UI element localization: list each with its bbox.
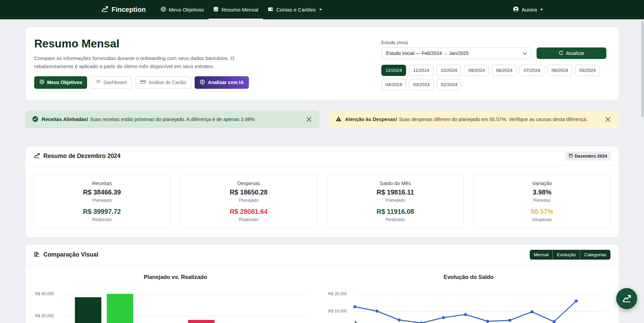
nav-item-contas-e-cartoes[interactable]: Contas e Cartões bbox=[263, 0, 327, 19]
scrollbar[interactable] bbox=[641, 19, 644, 323]
chart-fab-button[interactable] bbox=[616, 288, 637, 309]
month-button-10-2024[interactable]: 10/2024 bbox=[437, 65, 461, 76]
stat-bottom-caption: Realizado bbox=[331, 217, 460, 222]
stat-top-value: R$ 19816.11 bbox=[331, 188, 460, 196]
close-icon[interactable] bbox=[305, 116, 313, 123]
stat-label: Despesas bbox=[184, 180, 314, 186]
month-badge-label: Dezembro 2024 bbox=[575, 154, 607, 159]
study-select-value: Estudo Inicial — Feb/2024 → Jan/2025 bbox=[386, 51, 469, 56]
alert-title: Atenção às Despesas! bbox=[345, 117, 397, 122]
navbar: Finception Meus Objetivos Resumo Mensal … bbox=[0, 0, 644, 19]
y-tick-label: R$ 20.000 bbox=[328, 291, 357, 296]
bar bbox=[188, 320, 215, 323]
stat-label: Variação bbox=[477, 180, 607, 186]
chart-title: Evolução do Saldo bbox=[327, 274, 610, 280]
comparison-card: Comparação Visual MensalEvoluçãoCategori… bbox=[25, 245, 619, 323]
user-menu[interactable]: Aurora bbox=[513, 6, 543, 13]
month-button-02-2024[interactable]: 02/2024 bbox=[437, 79, 462, 90]
bar bbox=[107, 294, 133, 323]
y-tick-label: R$ 40.000 bbox=[35, 291, 64, 296]
alert-receitas: Receitas Alinhadas! Suas receitas estão … bbox=[25, 110, 320, 128]
stat-top-caption: Planejado bbox=[37, 198, 167, 203]
warning-triangle-icon bbox=[336, 116, 342, 123]
nav-item-resumo-mensal[interactable]: Resumo Mensal bbox=[208, 0, 263, 19]
graph-icon bbox=[34, 152, 40, 160]
chart-title: Planejado vs. Realizado bbox=[34, 274, 317, 280]
stat-top-value: 3.98% bbox=[477, 188, 607, 196]
stat-card: ReceitasR$ 38466.39PlanejadoR$ 39997.72R… bbox=[34, 174, 170, 228]
caret-down-icon bbox=[540, 9, 543, 11]
meus-objetivos-button[interactable]: Meus Objetivos bbox=[34, 76, 87, 89]
bar-chart-icon bbox=[34, 251, 40, 259]
tab-mensal[interactable]: Mensal bbox=[530, 250, 553, 260]
button-label: Análise de Cartão bbox=[148, 80, 186, 85]
page-header-card: Resumo Mensal Compare as informações for… bbox=[25, 27, 619, 100]
button-label: Dashboard bbox=[103, 80, 127, 85]
button-label: Analisar com IA bbox=[208, 80, 244, 85]
dashboard-button[interactable]: Dashboard bbox=[90, 76, 132, 89]
credit-card-icon bbox=[140, 79, 146, 85]
atualizar-button[interactable]: Atualizar bbox=[537, 47, 606, 59]
comparison-title: Comparação Visual bbox=[43, 251, 98, 258]
close-icon[interactable] bbox=[604, 116, 612, 123]
tab-categorias[interactable]: Categorias bbox=[580, 250, 610, 260]
nav-item-label: Meus Objetivos bbox=[169, 7, 204, 13]
brand-label: Finception bbox=[112, 6, 146, 14]
month-button-05-2024[interactable]: 05/2024 bbox=[575, 65, 600, 76]
alert-text: Suas despesas diferem do planejado em 50… bbox=[399, 117, 588, 122]
study-select[interactable]: Estudo Inicial — Feb/2024 → Jan/2025 bbox=[381, 47, 532, 59]
target-icon bbox=[39, 79, 44, 85]
nav-item-label: Contas e Cartões bbox=[276, 7, 316, 13]
wallet-icon bbox=[268, 6, 274, 13]
tab-evolução[interactable]: Evolução bbox=[553, 250, 580, 260]
month-buttons: 12/202411/202410/202409/202408/202407/20… bbox=[381, 65, 606, 90]
scrollbar-thumb[interactable] bbox=[641, 21, 644, 117]
person-circle-icon bbox=[513, 6, 519, 13]
chart-tabs: MensalEvoluçãoCategorias bbox=[530, 250, 610, 260]
analisar-ia-button[interactable]: Analisar com IA bbox=[195, 76, 249, 89]
summary-title: Resumo de Dezembro 2024 bbox=[43, 153, 121, 160]
stat-label: Receitas bbox=[37, 180, 167, 186]
month-button-08-2024[interactable]: 08/2024 bbox=[492, 65, 517, 76]
line-chart-evolucao-do-saldo: Evolução do Saldo R$ 20.000R$ 10.000 bbox=[327, 265, 610, 323]
stat-bottom-caption: Realizado bbox=[184, 217, 314, 222]
ai-brain-icon bbox=[200, 79, 205, 86]
nav-item-label: Resumo Mensal bbox=[221, 7, 258, 13]
month-badge: Dezembro 2024 bbox=[565, 152, 610, 161]
stat-bottom-caption: Realizado bbox=[37, 217, 167, 222]
gridline bbox=[356, 311, 605, 311]
page-description: Compare as informações fornecidas durant… bbox=[34, 54, 240, 71]
caret-down-icon bbox=[319, 9, 322, 11]
alert-text: Suas receitas estão próximas do planejad… bbox=[90, 117, 255, 122]
calendar-icon bbox=[213, 6, 219, 13]
bar bbox=[75, 297, 101, 323]
check-circle-icon bbox=[32, 116, 38, 123]
stat-top-caption: Planejado bbox=[331, 198, 460, 203]
month-button-06-2024[interactable]: 06/2024 bbox=[547, 65, 572, 76]
brand[interactable]: Finception bbox=[101, 5, 146, 14]
gridline bbox=[66, 316, 307, 316]
bar-chart-planejado-vs-realizado: Planejado vs. Realizado R$ 40.000R$ 30.0… bbox=[34, 265, 317, 323]
study-year-label: Estudo (Ano) bbox=[381, 40, 606, 45]
stat-bottom-value: R$ 39997.72 bbox=[37, 208, 167, 216]
stat-label: Saldo do Mês bbox=[331, 180, 460, 186]
button-label: Atualizar bbox=[566, 51, 584, 56]
month-button-04-2024[interactable]: 04/2024 bbox=[381, 79, 406, 90]
stat-bottom-value: R$ 28081.64 bbox=[184, 208, 314, 216]
stat-card: DespesasR$ 18650.28PlanejadoR$ 28081.64R… bbox=[180, 174, 317, 228]
graph-up-icon bbox=[622, 294, 631, 304]
nav-item-meus-objetivos[interactable]: Meus Objetivos bbox=[156, 0, 208, 19]
stat-top-caption: Planejado bbox=[184, 198, 314, 203]
gridline bbox=[66, 294, 307, 294]
analise-cartao-button[interactable]: Análise de Cartão bbox=[135, 76, 191, 89]
user-name: Aurora bbox=[522, 7, 537, 13]
month-button-09-2024[interactable]: 09/2024 bbox=[464, 65, 489, 76]
stat-top-value: R$ 18650.28 bbox=[184, 188, 314, 196]
month-button-07-2024[interactable]: 07/2024 bbox=[520, 65, 544, 76]
stat-top-value: R$ 38466.39 bbox=[37, 188, 167, 196]
stat-bottom-value: R$ 11916.08 bbox=[331, 208, 460, 216]
month-button-03-2024[interactable]: 03/2024 bbox=[409, 79, 434, 90]
stat-bottom-value: 50.57% bbox=[477, 208, 607, 216]
month-button-11-2024[interactable]: 11/2024 bbox=[409, 65, 434, 76]
month-button-12-2024[interactable]: 12/2024 bbox=[381, 65, 406, 76]
